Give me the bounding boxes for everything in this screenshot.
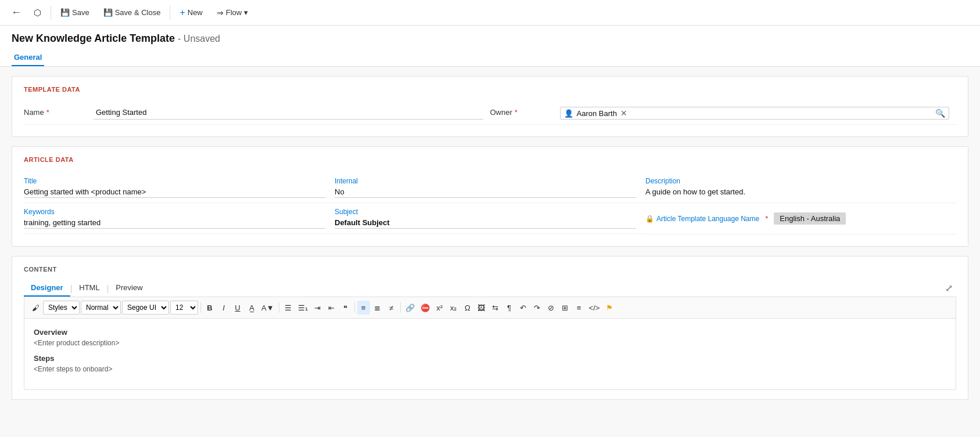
special-char-button[interactable]: Ω: [461, 301, 474, 315]
lang-required-star: *: [765, 214, 768, 223]
subject-value[interactable]: Default Subject: [335, 218, 636, 229]
owner-clear-button[interactable]: ✕: [620, 109, 627, 118]
italic-button[interactable]: I: [217, 301, 230, 315]
name-required-star: *: [46, 108, 49, 117]
owner-search-icon[interactable]: 🔍: [935, 109, 945, 118]
content-section: CONTENT Designer | HTML | Preview ⤢ 🖌 St…: [12, 256, 968, 400]
owner-field-group: Owner * 👤 Aaron Barth ✕ 🔍: [490, 102, 957, 125]
steps-placeholder: <Enter steps to onboard>: [34, 365, 946, 373]
description-field: Description A guide on how to get starte…: [645, 172, 956, 203]
remove-format-button[interactable]: ⊘: [545, 301, 558, 315]
owner-required-star: *: [515, 108, 518, 117]
subscript-button[interactable]: x₂: [447, 301, 460, 315]
template-section-title: TEMPLATE DATA: [24, 86, 956, 93]
owner-field[interactable]: 👤 Aaron Barth ✕ 🔍: [560, 107, 950, 120]
main-toolbar: ← ⬡ 💾 Save 💾 Save & Close + New ⇒ Flow ▾: [0, 0, 980, 26]
save-close-button[interactable]: 💾 Save & Close: [98, 6, 167, 19]
tab-designer[interactable]: Designer: [24, 280, 70, 297]
page-title-bar: New Knowledge Article Template - Unsaved: [0, 26, 980, 45]
title-field: Title Getting started with <product name…: [24, 172, 335, 203]
toolbar-divider-2: [170, 6, 170, 20]
name-value[interactable]: Getting Started: [94, 107, 483, 120]
rtl-button[interactable]: ⇆: [489, 301, 502, 315]
language-field: 🔒 Article Template Language Name * Engli…: [645, 203, 956, 234]
article-row-1: Title Getting started with <product name…: [24, 172, 956, 203]
align-right-button[interactable]: ≠: [385, 301, 398, 315]
styles-select[interactable]: Styles: [43, 301, 80, 315]
keywords-value[interactable]: training, getting started: [24, 218, 325, 229]
share-icon: ⬡: [34, 8, 41, 18]
format-paint-button[interactable]: 🖌: [29, 301, 42, 315]
keywords-field: Keywords training, getting started: [24, 203, 335, 234]
save-button[interactable]: 💾 Save: [55, 6, 95, 19]
unlink-button[interactable]: ⛔: [418, 301, 432, 315]
list-indent-button[interactable]: ≡: [573, 301, 586, 315]
tab-general[interactable]: General: [12, 49, 44, 66]
new-icon: +: [180, 8, 185, 18]
editor-toolbar: 🖌 Styles Normal Segoe UI 12 B I U A̲ A▼ …: [24, 297, 956, 319]
name-field-group: Name * Getting Started: [24, 102, 490, 125]
save-close-icon: 💾: [103, 8, 113, 17]
page-title: New Knowledge Article Template - Unsaved: [12, 32, 968, 45]
back-button[interactable]: ←: [7, 3, 26, 22]
new-button[interactable]: + New: [174, 5, 208, 20]
content-section-title: CONTENT: [24, 266, 956, 273]
main-content: TEMPLATE DATA Name * Getting Started Own…: [0, 67, 980, 409]
name-label: Name *: [24, 107, 94, 117]
toolbar-divider-1: [51, 6, 51, 20]
description-value[interactable]: A guide on how to get started.: [645, 187, 947, 197]
ordered-list-button[interactable]: ☰₁: [296, 301, 310, 315]
template-data-section: TEMPLATE DATA Name * Getting Started Own…: [12, 76, 968, 137]
tab-html[interactable]: HTML: [72, 280, 106, 297]
internal-label: Internal: [335, 177, 636, 185]
font-select[interactable]: Segoe UI: [122, 301, 169, 315]
ed-divider-3: [354, 302, 355, 313]
editor-area[interactable]: Overview <Enter product description> Ste…: [24, 319, 956, 390]
lock-icon: 🔒: [645, 215, 654, 223]
image-button[interactable]: 🖼: [475, 301, 488, 315]
table-button[interactable]: ⊞: [559, 301, 572, 315]
article-row-2: Keywords training, getting started Subje…: [24, 203, 956, 234]
redo-button[interactable]: ↷: [531, 301, 544, 315]
flow-button[interactable]: ⇒ Flow ▾: [211, 6, 254, 20]
indent-button[interactable]: ⇥: [311, 301, 324, 315]
paragraph-button[interactable]: ¶: [503, 301, 516, 315]
format-select[interactable]: Normal: [81, 301, 121, 315]
share-button[interactable]: ⬡: [28, 5, 47, 20]
html-source-button[interactable]: </>: [587, 301, 602, 315]
align-left-button[interactable]: ≡: [357, 301, 370, 315]
underline-button[interactable]: U: [231, 301, 244, 315]
lang-label: 🔒 Article Template Language Name: [645, 215, 759, 223]
highlight-button[interactable]: A̲: [245, 301, 258, 315]
bold-button[interactable]: B: [203, 301, 216, 315]
unordered-list-button[interactable]: ☰: [282, 301, 295, 315]
align-center-button[interactable]: ≣: [371, 301, 384, 315]
lang-value[interactable]: English - Australia: [774, 212, 846, 225]
quote-button[interactable]: ❝: [339, 301, 352, 315]
expand-button[interactable]: ⤢: [942, 281, 956, 295]
keywords-label: Keywords: [24, 208, 325, 216]
title-label: Title: [24, 177, 325, 185]
flow-icon: ⇒: [217, 8, 224, 17]
size-select[interactable]: 12: [170, 301, 198, 315]
flag-button[interactable]: ⚑: [603, 301, 616, 315]
save-icon: 💾: [60, 8, 70, 17]
font-color-button[interactable]: A▼: [259, 301, 277, 315]
steps-heading: Steps: [34, 354, 946, 363]
unsaved-indicator: - Unsaved: [178, 34, 220, 44]
subject-field: Subject Default Subject: [335, 203, 645, 234]
title-value[interactable]: Getting started with <product name>: [24, 187, 325, 198]
superscript-button[interactable]: x²: [433, 301, 446, 315]
article-section-title: ARTICLE DATA: [24, 156, 956, 163]
tab-preview[interactable]: Preview: [109, 280, 149, 297]
lang-row: 🔒 Article Template Language Name * Engli…: [645, 208, 947, 229]
owner-label: Owner *: [490, 107, 560, 117]
owner-person-icon: 👤: [564, 109, 573, 118]
ed-divider-1: [200, 302, 201, 313]
content-tabs: Designer | HTML | Preview ⤢: [24, 280, 956, 297]
internal-value[interactable]: No: [335, 187, 636, 198]
internal-field: Internal No: [335, 172, 645, 203]
undo-button[interactable]: ↶: [517, 301, 530, 315]
link-button[interactable]: 🔗: [403, 301, 417, 315]
outdent-button[interactable]: ⇤: [325, 301, 338, 315]
